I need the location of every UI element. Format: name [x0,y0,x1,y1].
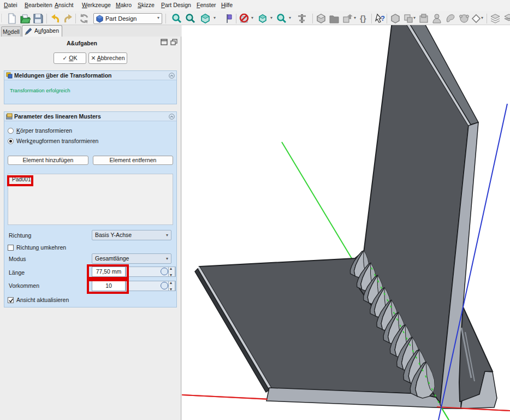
svg-text:?: ? [381,14,385,22]
svg-text:{}: {} [360,14,366,23]
